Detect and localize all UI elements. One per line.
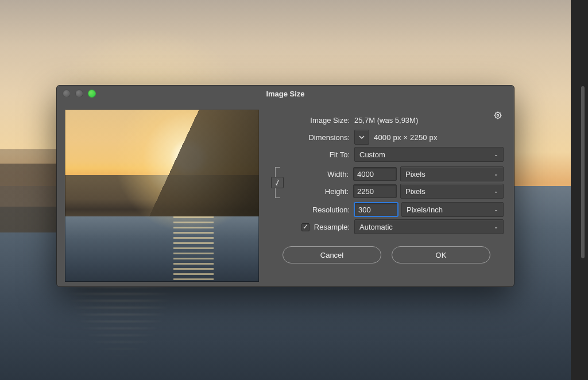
width-row: Width: Pixels ⌄	[284, 166, 504, 182]
chevron-down-icon: ⌄	[494, 188, 498, 194]
ok-button[interactable]: OK	[392, 246, 490, 263]
image-size-value: 25,7M (was 5,93M)	[354, 116, 418, 125]
fit-to-value: Custom	[359, 150, 385, 159]
resolution-row: Resolution: Pixels/Inch ⌄	[269, 201, 504, 218]
height-input[interactable]	[353, 184, 397, 198]
link-icon	[271, 177, 284, 188]
dimensions-units-button[interactable]	[354, 130, 369, 145]
dimensions-value: 4000 px × 2250 px	[374, 133, 438, 142]
constrain-proportions[interactable]	[269, 165, 285, 200]
width-units-value: Pixels	[405, 170, 425, 179]
svg-point-0	[495, 113, 501, 118]
resample-dropdown[interactable]: Automatic ⌄	[354, 219, 504, 234]
svg-point-1	[497, 114, 498, 116]
chevron-down-icon	[359, 135, 365, 139]
fit-to-dropdown[interactable]: Custom ⌄	[354, 147, 504, 162]
settings-menu-button[interactable]: .	[492, 110, 505, 121]
svg-text:.: .	[502, 115, 503, 119]
chevron-down-icon: ⌄	[494, 152, 498, 157]
resolution-input[interactable]	[354, 203, 398, 216]
image-size-dialog: Image Size . Image	[56, 85, 514, 287]
image-preview[interactable]	[65, 110, 259, 282]
fit-to-label: Fit To:	[269, 150, 354, 159]
image-size-label: Image Size:	[269, 116, 354, 125]
resample-value: Automatic	[359, 223, 393, 231]
svg-line-8	[500, 113, 501, 113]
wh-group: Width: Pixels ⌄ Height: Pixels ⌄	[269, 165, 504, 200]
gear-icon: .	[494, 111, 503, 119]
fit-to-row: Fit To: Custom ⌄	[269, 146, 504, 162]
chevron-down-icon: ⌄	[494, 224, 498, 230]
window-minimize-button[interactable]	[75, 90, 83, 98]
svg-line-6	[495, 113, 496, 113]
dialog-actions: Cancel OK	[269, 236, 504, 276]
height-units-value: Pixels	[405, 187, 425, 196]
resolution-units-dropdown[interactable]: Pixels/Inch ⌄	[401, 202, 504, 217]
window-close-button[interactable]	[63, 90, 71, 98]
svg-line-7	[500, 118, 501, 118]
chevron-down-icon: ⌄	[494, 171, 498, 177]
resample-row: Resample: Automatic ⌄	[269, 219, 504, 235]
resample-label: Resample:	[314, 223, 350, 231]
height-label: Height:	[284, 187, 353, 196]
dialog-title: Image Size	[57, 90, 514, 98]
dimensions-label: Dimensions:	[269, 133, 354, 142]
resolution-label: Resolution:	[269, 205, 354, 214]
image-size-form: . Image Size: 25,7M (was 5,93M) Dimensio…	[269, 110, 504, 282]
resample-checkbox[interactable]	[301, 223, 310, 231]
resolution-units-value: Pixels/Inch	[407, 205, 443, 214]
cancel-button[interactable]: Cancel	[283, 246, 381, 263]
dimensions-row: Dimensions: 4000 px × 2250 px	[269, 129, 504, 145]
width-units-dropdown[interactable]: Pixels ⌄	[400, 166, 504, 181]
width-label: Width:	[284, 170, 353, 179]
height-row: Height: Pixels ⌄	[284, 183, 504, 199]
app-right-gutter	[571, 0, 588, 380]
window-controls	[63, 90, 96, 98]
height-units-dropdown[interactable]: Pixels ⌄	[400, 184, 504, 199]
width-input[interactable]	[353, 167, 397, 181]
svg-line-9	[495, 118, 496, 118]
dialog-titlebar[interactable]: Image Size	[57, 86, 514, 102]
window-zoom-button[interactable]	[88, 90, 96, 98]
image-size-row: Image Size: 25,7M (was 5,93M)	[269, 112, 504, 128]
chevron-down-icon: ⌄	[494, 207, 498, 212]
